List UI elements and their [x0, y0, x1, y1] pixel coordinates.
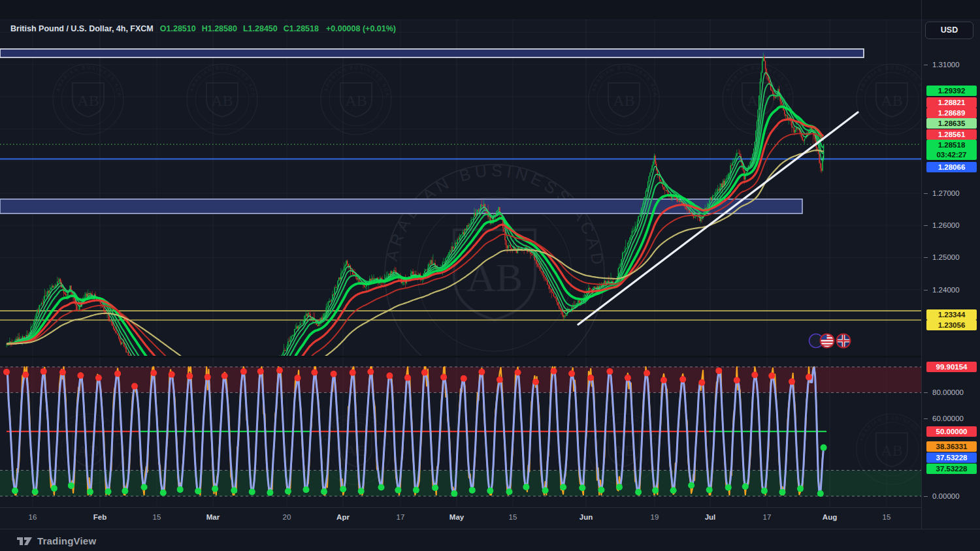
price-tag-label: 1.28821 — [926, 97, 977, 108]
symbol-legend[interactable]: British Pound / U.S. Dollar, 4h, FXCMO1.… — [10, 24, 396, 33]
time-tick-label: Jul — [705, 513, 716, 521]
osc-trough-dot — [160, 490, 167, 496]
axis-tick-label: 1.27000 — [932, 189, 960, 197]
osc-peak-dot — [41, 368, 47, 375]
time-axis[interactable]: 16Feb15Mar20Apr17May15Jun19Jul17Aug15 — [0, 507, 921, 529]
osc-peak-dot — [606, 368, 613, 375]
grid-layer — [0, 20, 921, 507]
axis-tick-label: 1.24000 — [932, 286, 960, 294]
osc-trough-dot — [212, 486, 218, 492]
ema-18 — [7, 95, 824, 412]
supply-zone-top — [0, 49, 864, 57]
osc-trough-dot — [725, 484, 732, 491]
time-tick-label: 15 — [509, 513, 517, 521]
osc-peak-dot — [497, 377, 503, 383]
osc-trough-dot — [742, 483, 749, 490]
currency-button[interactable]: USD — [925, 22, 973, 39]
osc-peak-dot — [679, 376, 686, 383]
axis-tick-label: 1.31000 — [932, 61, 960, 69]
osc-peak-dot — [350, 370, 356, 376]
symbol-title[interactable]: British Pound / U.S. Dollar, 4h, FXCM — [10, 24, 154, 33]
osc-peak-dot — [421, 370, 428, 376]
ema-130 — [7, 150, 824, 388]
event-flag-icons[interactable] — [809, 334, 851, 348]
ema-78 — [7, 134, 824, 400]
osc-trough-dot — [652, 487, 659, 494]
ohlc-close: C1.28518 — [284, 24, 319, 33]
us-flag-icon — [821, 334, 834, 348]
osc-trough-dot — [688, 482, 694, 489]
osc-peak-dot — [440, 374, 447, 381]
axis-tick-label: 1.25000 — [932, 253, 960, 261]
osc-peak-dot — [806, 374, 812, 381]
osc-trough-dot — [413, 487, 419, 494]
time-tick-label: 16 — [29, 513, 37, 521]
time-tick-label: May — [449, 513, 464, 521]
time-tick-label: Mar — [206, 513, 220, 521]
tradingview-logo-text[interactable]: TradingView — [37, 535, 96, 546]
osc-trough-dot — [821, 445, 827, 451]
price-tag-label: 50.00000 — [926, 426, 977, 437]
price-axis[interactable]: 1.310001.270001.260001.250001.2400080.00… — [921, 0, 980, 529]
osc-trough-dot — [761, 488, 768, 494]
time-tick-label: Apr — [336, 513, 350, 521]
osc-peak-dot — [734, 377, 740, 383]
axis-tick-label: 60.00000 — [932, 415, 964, 422]
osc-peak-dot — [150, 370, 157, 376]
tradingview-logo[interactable]: TradingView — [17, 535, 96, 546]
time-tick-label: 17 — [397, 513, 405, 521]
osc-peak-dot — [257, 368, 264, 375]
osc-peak-dot — [551, 368, 557, 374]
tradingview-logo-icon — [17, 535, 33, 546]
axis-tick-label: 80.00000 — [932, 388, 964, 396]
osc-peak-dot — [568, 370, 575, 377]
osc-trough-dot — [432, 484, 438, 491]
osc-trough-dot — [231, 487, 237, 494]
osc-peak-dot — [114, 370, 121, 377]
ohlc-high: H1.28580 — [202, 24, 237, 33]
osc-trough-dot — [451, 490, 457, 497]
osc-peak-dot — [311, 370, 318, 376]
osc-trough-dot — [542, 487, 549, 494]
osc-peak-dot — [768, 373, 775, 379]
time-tick-label: Aug — [823, 513, 837, 521]
ema-11 — [7, 84, 824, 411]
axis-tick-label: 0.00000 — [932, 492, 960, 500]
osc-peak-dot — [698, 379, 705, 386]
footer-bar: TradingView — [0, 529, 980, 551]
osc-trough-dot — [321, 488, 327, 495]
trendline[interactable] — [578, 112, 858, 324]
time-tick-label: 17 — [763, 513, 772, 521]
osc-peak-dot — [367, 369, 374, 375]
osc-trough-dot — [378, 484, 385, 491]
osc-trough-dot — [487, 488, 493, 494]
osc-trough-dot — [598, 487, 604, 494]
uk-flag-icon — [837, 334, 851, 348]
price-tag-label: 1.23056 — [926, 320, 977, 330]
osc-trough-dot — [267, 490, 273, 496]
ema-32 — [7, 106, 824, 410]
price-tag-label: 38.36331 — [926, 441, 977, 452]
osc-trough-dot — [249, 488, 255, 495]
svg-text:AB: AB — [466, 255, 523, 300]
time-tick-label: Jun — [580, 513, 593, 521]
ohlc-open: O1.28510 — [160, 24, 196, 33]
price-tag-label: 1.28689 — [926, 108, 977, 118]
time-tick-label: 19 — [651, 513, 659, 521]
osc-peak-dot — [276, 367, 283, 373]
osc-peak-dot — [625, 375, 631, 381]
osc-trough-dot — [395, 487, 401, 494]
osc-trough-dot — [523, 484, 529, 490]
osc-trough-dot — [105, 488, 112, 495]
osc-peak-dot — [661, 377, 667, 383]
osc-peak-dot — [22, 371, 29, 378]
osc-peak-dot — [587, 375, 594, 381]
osc-trough-dot — [122, 488, 128, 494]
oscillator-pane[interactable] — [0, 367, 921, 497]
chart-canvas[interactable]: ABARABIAN BUSINESS ACADEMYABARABIAN BUSI… — [0, 0, 980, 551]
osc-trough-dot — [303, 486, 310, 493]
current-price-tag: 1.2851803:42:27 — [926, 140, 977, 160]
pane-separator[interactable] — [0, 356, 921, 358]
tradingview-chart-window: ABARABIAN BUSINESS ACADEMYABARABIAN BUSI… — [0, 0, 980, 551]
osc-trough-dot — [358, 488, 365, 494]
